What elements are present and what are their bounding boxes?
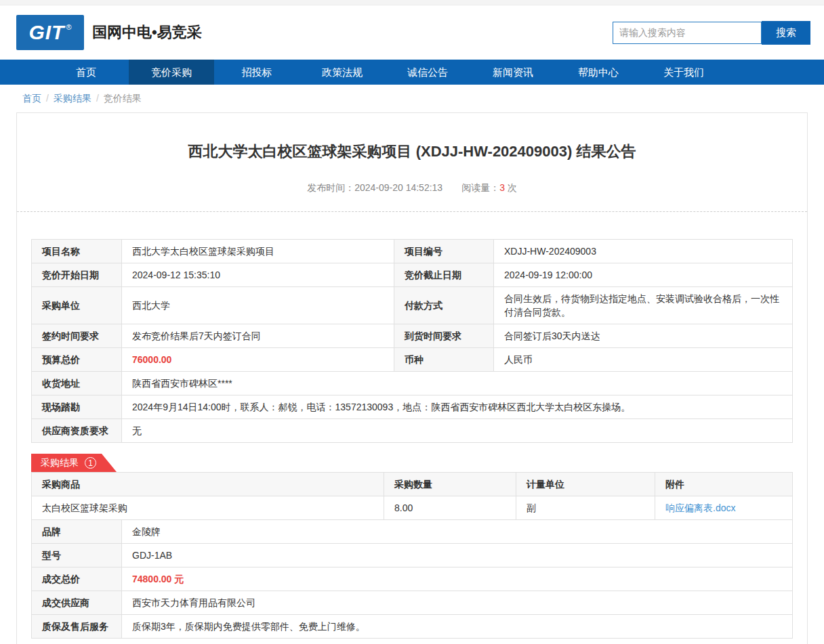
column-header-unit: 计量单位	[516, 473, 655, 496]
info-label: 现场踏勘	[32, 395, 122, 419]
table-row: 项目名称 西北大学太白校区篮球架采购项目 项目编号 XDJJ-HW-202409…	[32, 240, 793, 263]
main-nav: 首页 竞价采购 招投标 政策法规 诚信公告 新闻资讯 帮助中心 关于我们	[0, 60, 824, 85]
search-bar: 搜索	[613, 21, 810, 45]
info-value: 人民币	[494, 348, 793, 372]
detail-value: GDJ-1AB	[122, 544, 793, 567]
detail-label: 品牌	[32, 520, 122, 544]
table-row: 现场踏勘 2024年9月14日14:00时，联系人：郝锐，电话：13572130…	[32, 395, 793, 419]
info-value: 合同签订后30天内送达	[494, 324, 793, 348]
views-label: 阅读量：	[461, 182, 499, 193]
deal-total-price: 74800.00 元	[122, 567, 793, 591]
site-header: GIT® 国网中电•易竞采 搜索	[0, 5, 824, 60]
info-value: 西北大学	[122, 287, 394, 324]
column-header-product: 采购商品	[32, 473, 384, 496]
detail-value: 质保期3年，质保期内免费提供零部件、免费上门维修。	[122, 615, 793, 639]
budget-total-value: 76000.00	[122, 348, 394, 372]
top-strip	[0, 0, 824, 5]
result-badge-label: 采购结果	[41, 457, 79, 469]
product-unit: 副	[516, 496, 655, 520]
nav-item-about-us[interactable]: 关于我们	[641, 60, 726, 85]
nav-item-news[interactable]: 新闻资讯	[470, 60, 556, 85]
views-unit: 次	[508, 182, 517, 193]
breadcrumb-home-link[interactable]: 首页	[22, 93, 41, 104]
views-count: 3	[499, 182, 505, 193]
detail-label: 型号	[32, 544, 122, 567]
nav-item-tenders[interactable]: 招投标	[214, 60, 300, 85]
nav-item-policies[interactable]: 政策法规	[300, 60, 385, 85]
product-name: 太白校区篮球架采购	[32, 496, 384, 520]
info-value: 西北大学太白校区篮球架采购项目	[122, 240, 394, 263]
detail-label: 成交供应商	[32, 591, 122, 615]
info-value: 合同生效后，待货物到达指定地点、安装调试验收合格后，一次性付清合同货款。	[494, 287, 793, 324]
table-header-row: 采购商品 采购数量 计量单位 附件	[32, 473, 793, 496]
procurement-result-badge: 采购结果 1	[31, 454, 117, 472]
search-input[interactable]	[613, 22, 762, 44]
table-row: 质保及售后服务 质保期3年，质保期内免费提供零部件、免费上门维修。	[32, 615, 793, 639]
info-label: 付款方式	[394, 287, 494, 324]
info-value: 2024-09-12 15:35:10	[122, 263, 394, 287]
detail-label: 质保及售后服务	[32, 615, 122, 639]
info-value: 发布竞价结果后7天内签订合同	[122, 324, 394, 348]
info-value: XDJJ-HW-202409003	[494, 240, 793, 263]
info-label: 预算总价	[32, 348, 122, 372]
column-header-attachment: 附件	[655, 473, 793, 496]
info-label: 供应商资质要求	[32, 419, 122, 443]
info-label: 采购单位	[32, 287, 122, 324]
tables-area: 项目名称 西北大学太白校区篮球架采购项目 项目编号 XDJJ-HW-202409…	[17, 212, 807, 644]
result-badge-row: 采购结果 1	[31, 454, 793, 472]
result-table: 采购商品 采购数量 计量单位 附件 太白校区篮球架采购 8.00 副 响应偏离表…	[31, 472, 793, 520]
product-quantity: 8.00	[384, 496, 516, 520]
info-value: 2024年9月14日14:00时，联系人：郝锐，电话：13572130093，地…	[122, 395, 793, 419]
table-row: 品牌 金陵牌	[32, 520, 793, 544]
breadcrumb-separator: /	[46, 93, 49, 104]
result-detail-table: 品牌 金陵牌 型号 GDJ-1AB 成交总价 74800.00 元 成交供应商 …	[31, 519, 793, 639]
site-brand-title: 国网中电•易竞采	[92, 22, 202, 43]
result-badge-count: 1	[85, 457, 96, 469]
table-row: 采购单位 西北大学 付款方式 合同生效后，待货物到达指定地点、安装调试验收合格后…	[32, 287, 793, 324]
info-label: 项目名称	[32, 240, 122, 263]
search-button[interactable]: 搜索	[762, 21, 810, 45]
nav-item-help-center[interactable]: 帮助中心	[556, 60, 641, 85]
info-label: 签约时间要求	[32, 324, 122, 348]
publish-time-value: 2024-09-20 14:52:13	[354, 182, 442, 193]
detail-label: 成交总价	[32, 567, 122, 591]
table-row: 型号 GDJ-1AB	[32, 544, 793, 567]
breadcrumb-procurement-results-link[interactable]: 采购结果	[54, 93, 91, 104]
info-label: 到货时间要求	[394, 324, 494, 348]
nav-item-bidding-procurement[interactable]: 竞价采购	[129, 60, 214, 85]
detail-value: 西安市天力体育用品有限公司	[122, 591, 793, 615]
table-row: 太白校区篮球架采购 8.00 副 响应偏离表.docx	[32, 496, 793, 520]
table-row: 竞价开始日期 2024-09-12 15:35:10 竞价截止日期 2024-0…	[32, 263, 793, 287]
project-info-table: 项目名称 西北大学太白校区篮球架采购项目 项目编号 XDJJ-HW-202409…	[31, 239, 793, 443]
info-label: 竞价开始日期	[32, 263, 122, 287]
table-row: 成交总价 74800.00 元	[32, 567, 793, 591]
publish-info: 发布时间：2024-09-20 14:52:13阅读量：3 次	[17, 182, 807, 212]
column-header-quantity: 采购数量	[384, 473, 516, 496]
info-label: 项目编号	[394, 240, 494, 263]
nav-item-home[interactable]: 首页	[43, 60, 129, 85]
info-value: 陕西省西安市碑林区****	[122, 372, 793, 395]
attachment-link[interactable]: 响应偏离表.docx	[665, 502, 735, 513]
table-row: 预算总价 76000.00 币种 人民币	[32, 348, 793, 372]
registered-trademark-icon: ®	[66, 23, 71, 31]
breadcrumb-current-page: 竞价结果	[104, 93, 142, 104]
nav-item-integrity-notices[interactable]: 诚信公告	[385, 60, 470, 85]
info-label: 币种	[394, 348, 494, 372]
logo-text: GIT	[28, 21, 64, 44]
announcement-panel: 西北大学太白校区篮球架采购项目 (XDJJ-HW-202409003) 结果公告…	[16, 112, 808, 644]
attachment-cell: 响应偏离表.docx	[655, 496, 793, 520]
breadcrumb: 首页/采购结果/竞价结果	[0, 85, 824, 112]
git-logo[interactable]: GIT®	[16, 15, 84, 50]
page-title: 西北大学太白校区篮球架采购项目 (XDJJ-HW-202409003) 结果公告	[17, 142, 807, 162]
info-label: 竞价截止日期	[394, 263, 494, 287]
breadcrumb-separator: /	[96, 93, 99, 104]
publish-time-label: 发布时间：	[307, 182, 354, 193]
info-value: 2024-09-19 12:00:00	[494, 263, 793, 287]
info-label: 收货地址	[32, 372, 122, 395]
table-row: 签约时间要求 发布竞价结果后7天内签订合同 到货时间要求 合同签订后30天内送达	[32, 324, 793, 348]
table-row: 供应商资质要求 无	[32, 419, 793, 443]
table-row: 成交供应商 西安市天力体育用品有限公司	[32, 591, 793, 615]
table-row: 收货地址 陕西省西安市碑林区****	[32, 372, 793, 395]
detail-value: 金陵牌	[122, 520, 793, 544]
info-value: 无	[122, 419, 793, 443]
